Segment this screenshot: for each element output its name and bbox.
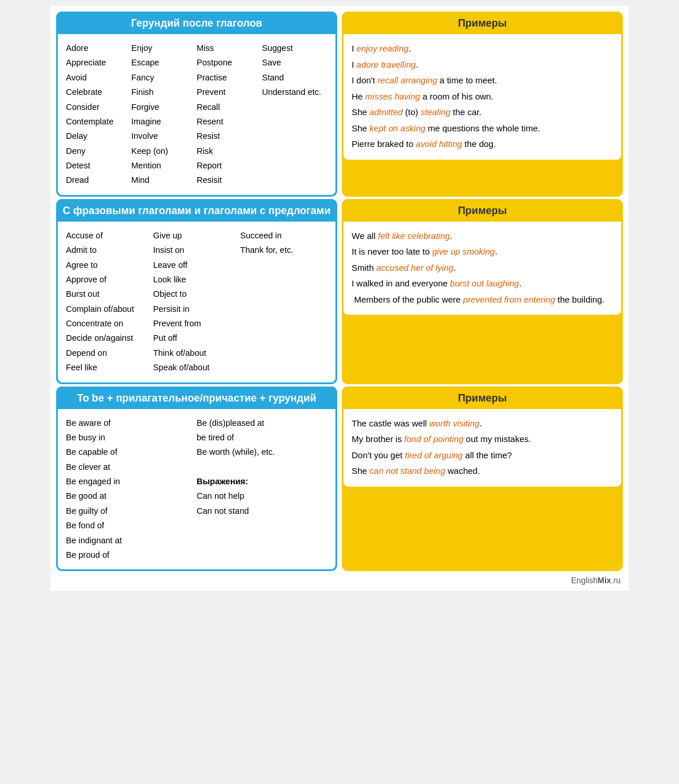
section2-blue-card: С фразовыми глаголами и глаголами с пред… [56,199,337,384]
verb-item [197,460,327,474]
example-line: It is never too late to give up smoking. [352,244,613,259]
verb-item: Postpone [197,56,262,70]
section2-col3: Succeed in Thank for, etc. [240,229,327,376]
verb-item: Consider [66,100,131,115]
verb-item: Be good at [66,489,197,503]
highlight: stealing [420,107,451,117]
section3-verb-list: Be aware of Be busy in Be capable of Be … [66,416,327,563]
verb-item: Be clever at [66,460,197,474]
verb-item: Be busy in [66,430,197,445]
footer-brand-bold: Mix [597,576,611,585]
verb-item: Enjoy [131,41,197,56]
verb-item: Admit to [66,243,153,257]
row3-grid: To be + прилагательное/причастие + гурун… [56,387,623,572]
verb-item: Involve [131,129,197,143]
highlight: burst out laughing [450,278,519,288]
verb-item: Dread [66,173,131,187]
verb-item: Contemplate [66,115,131,129]
section3-yellow-card: Примеры The castle was well worth visiti… [342,387,623,572]
section2-yellow-card: Примеры We all felt like celebrating. It… [342,199,623,384]
example-line: Members of the public were prevented fro… [352,292,613,307]
highlight: recall arranging [378,75,437,85]
verb-item: Detest [66,159,131,173]
verb-item: Feel like [66,360,153,375]
example-line: He misses having a room of his own. [352,89,613,104]
row1-grid: Герундий после глаголов Adore Appreciate… [56,12,623,197]
verb-item: Agree to [66,258,153,273]
verb-item: Be engaged in [66,474,197,489]
verb-item: Stand [262,71,327,85]
section1-examples-header: Примеры [342,12,623,34]
verb-item: Practise [197,71,262,85]
section3-col1: Be aware of Be busy in Be capable of Be … [66,416,197,563]
verb-item: Concentrate on [66,316,153,331]
verb-item: Mention [131,159,197,173]
highlight: admitted [370,107,403,117]
verb-item: Object to [153,287,241,301]
verb-item: Approve of [66,273,153,287]
highlight: felt like celebrating [378,231,450,241]
section2-body: Accuse of Admit to Agree to Approve of B… [58,222,335,382]
verb-item: Imagine [131,115,197,129]
verb-item: Deny [66,144,131,159]
section2-examples-body: We all felt like celebrating. It is neve… [344,222,621,315]
verb-item: Save [262,56,327,70]
section3-header: To be + прилагательное/причастие + гурун… [56,387,337,409]
verb-item: Risk [197,144,262,159]
verb-item: Forgive [131,100,197,115]
verb-item: Miss [197,41,262,56]
highlight: prevented from entering [463,295,555,304]
verb-item: Decide on/against [66,331,153,345]
verb-item: Understand etc. [262,85,327,100]
verb-item: be tired of [197,430,327,445]
verb-item: Delay [66,129,131,143]
verb-item: Complain of/about [66,302,153,316]
verb-item: Keep (on) [131,144,197,159]
verb-item: Report [197,159,262,173]
example-line: I adore travelling. [352,57,613,72]
verb-item: Can not stand [197,504,327,518]
verb-item: Recall [197,100,262,115]
section3-col2: Be (dis)pleased at be tired of Be worth … [197,416,327,563]
verb-item: Finish [131,85,197,100]
section1-verb-list: Adore Appreciate Avoid Celebrate Conside… [66,41,327,188]
section2-header: С фразовыми глаголами и глаголами с пред… [56,199,337,222]
verb-item: Prevent [197,85,262,100]
verb-item: Insist on [153,243,241,257]
example-line: She admitted (to) stealing the car. [352,105,613,120]
page-wrapper: Герундий после глаголов Adore Appreciate… [50,6,629,591]
example-line: I walked in and everyone burst out laugh… [352,276,613,291]
example-line: Smith accused her of lying. [352,260,613,275]
highlight: can not stand being [370,466,445,476]
verb-item: Can not help [197,489,327,503]
footer: EnglishMix.ru [56,573,623,585]
verb-item: Put off [153,331,241,345]
section3-blue-card: To be + прилагательное/причастие + гурун… [56,387,337,572]
section1-examples-body: I enjoy reading. I adore travelling. I d… [344,34,621,160]
verb-item: Be fond of [66,518,197,533]
verb-item: Resist [197,129,262,143]
highlight: avoid hitting [416,139,462,149]
verb-item: Think of/about [153,346,241,360]
verb-item: Be guilty of [66,504,197,518]
verb-item: Resent [197,115,262,129]
highlight: worth visiting [429,418,479,428]
highlight: enjoy reading [356,43,408,53]
verb-item: Leave off [153,258,241,273]
verb-item: Be indignant at [66,533,197,548]
verb-item: Succeed in [240,229,327,243]
section1-yellow-card: Примеры I enjoy reading. I adore travell… [342,12,623,197]
section3-examples-header: Примеры [342,387,623,409]
section1-col1: Adore Appreciate Avoid Celebrate Conside… [66,41,131,188]
highlight: accused her of lying [377,263,453,273]
example-line: Pierre braked to avoid hitting the dog. [352,137,613,152]
verb-item: Be proud of [66,548,197,562]
section2-col2: Give up Insist on Leave off Look like Ob… [153,229,241,376]
section3-examples-body: The castle was well worth visiting. My b… [344,409,621,487]
section1-header: Герундий после глаголов [56,12,337,34]
example-line: We all felt like celebrating. [352,229,613,244]
highlight: tired of arguing [405,450,463,460]
verb-item: Avoid [66,71,131,85]
verb-item: Look like [153,273,241,287]
verb-item: Persisit in [153,302,241,316]
